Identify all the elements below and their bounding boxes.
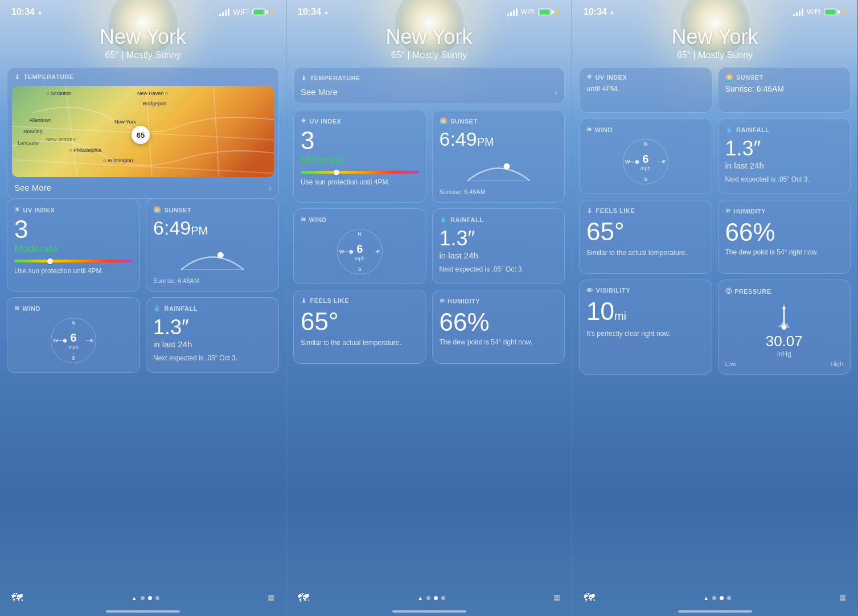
wind-icon-2: ≋ <box>301 216 306 223</box>
compass-south-2: S <box>358 266 362 272</box>
map-nav-icon-3[interactable]: 🗺 <box>584 592 595 605</box>
status-bar-2: 10:34 ▲ WiFi ⚡ <box>286 0 572 20</box>
wind-rainfall-grid: ≋ WIND N S W E 6 mph <box>7 297 279 373</box>
feels-humidity-grid-3: 🌡 FEELS LIKE 65° Similar to the actual t… <box>579 200 851 274</box>
list-nav-icon[interactable]: ≡ <box>268 592 274 605</box>
vis-pressure-grid-3: 👁 VISIBILITY 10mi It's perfectly clear r… <box>579 280 851 375</box>
signal-bars-icon-2 <box>507 8 518 16</box>
pressure-card-3: ⓪ PRESSURE <box>718 280 851 375</box>
rainfall-card-2: 💧 RAINFALL 1.3″ in last 24h Next expecte… <box>432 208 565 284</box>
nav-dot-3-3 <box>727 596 731 600</box>
feels-value-2: 65° <box>301 307 419 336</box>
rainfall-label-2: 💧 RAINFALL <box>440 216 558 223</box>
city-header: New York 65° | Mostly Sunny <box>0 20 286 67</box>
city-condition: 65° | Mostly Sunny <box>0 50 286 60</box>
rain-period-2: in last 24h <box>440 250 558 260</box>
uv-dot <box>47 258 53 264</box>
sunset-arc-svg-2 <box>440 153 558 184</box>
list-nav-icon-3[interactable]: ≡ <box>839 592 846 605</box>
svg-line-4 <box>214 86 220 177</box>
map-city-bridgeport: Bridgeport <box>143 101 167 106</box>
temp-label-2: 🌡 TEMPERATURE <box>301 75 557 81</box>
status-time-3: 10:34 ▲ <box>584 7 615 17</box>
sunrise-label-3: Sunrise: 6:46AM <box>725 84 844 93</box>
humidity-card-2: ≋ HUMIDITY 66% The dew point is 54° righ… <box>432 290 565 364</box>
city-header-2: New York 65° | Mostly Sunny <box>286 20 572 67</box>
city-name-2: New York <box>286 25 572 49</box>
battery-icon-3: ⚡ <box>824 9 846 15</box>
map-city-lancaster: Lancaster <box>18 140 40 146</box>
compass-3: N S W E 6 mph ─● → <box>623 139 668 184</box>
humidity-note-3: The dew point is 54° right now. <box>725 248 844 257</box>
humidity-card-3: ≋ HUMIDITY 66% The dew point is 54° righ… <box>718 200 851 274</box>
uv-sunset-grid-2: ☀ UV INDEX 3 Moderate Use sun protection… <box>293 110 565 203</box>
humidity-icon-2: ≋ <box>440 297 445 305</box>
uv-level-2: Moderate <box>301 154 419 166</box>
sunrise-label-2: Sunrise: 6:46AM <box>440 188 558 195</box>
status-icons-2: WiFi ⚡ <box>507 8 560 16</box>
map-city-philadelphia: ○ Philadelphia <box>69 147 101 153</box>
wind-center-2: 6 mph <box>355 243 365 261</box>
nav-dot-2 <box>148 596 152 600</box>
sunrise-label: Sunrise: 6:46AM <box>153 277 272 284</box>
wind-rainfall-grid-2: ≋ WIND N S W E 6 mph ─● → <box>293 208 565 284</box>
pressure-range-3: Low High <box>725 360 844 367</box>
humidity-note-2: The dew point is 54° right now. <box>440 338 558 347</box>
pressure-label-3: ⓪ PRESSURE <box>725 287 844 295</box>
uv-bar <box>14 260 133 262</box>
svg-point-23 <box>782 325 786 330</box>
nav-location-icon-3: ▲ <box>703 595 709 601</box>
rain-value-2: 1.3″ <box>440 227 558 250</box>
nav-dots-2: ▲ <box>417 595 445 601</box>
nav-dot-1 <box>141 596 145 600</box>
wind-to-arrow-3: → <box>656 157 666 167</box>
see-more-temperature[interactable]: See More › <box>7 177 278 198</box>
map-city-wilmington: ○ Wilmington <box>103 158 133 163</box>
uv-value-2: 3 <box>301 128 419 153</box>
wind-card: ≋ WIND N S W E 6 mph <box>7 297 140 373</box>
uv-note-2: Use sun protection until 4PM. <box>301 178 419 187</box>
wind-card-3: ≋ WIND N S W E 6 mph ─● → <box>579 118 712 194</box>
eye-icon-3: 👁 <box>586 287 593 294</box>
uv-label-3: ☀ UV INDEX <box>586 73 705 81</box>
bottom-nav: 🗺 ▲ ≡ <box>0 586 286 616</box>
bottom-nav-3: 🗺 ▲ ≡ <box>572 586 857 616</box>
rain-value-3: 1.3″ <box>725 137 844 161</box>
sunset-card-3: 🌅 SUNSET Sunrise: 6:46AM <box>718 67 851 113</box>
phone-panel-1: 10:34 ▲ WiFi ⚡ New York 65° | Mos <box>0 0 286 616</box>
compass-north-2: N <box>358 231 362 237</box>
rain-period: in last 24h <box>153 339 272 349</box>
sunset-icon-2: 🌅 <box>440 117 448 125</box>
feels-label-3: 🌡 FEELS LIKE <box>586 207 705 214</box>
pressure-gauge-svg <box>758 299 810 330</box>
wind-label-2: ≋ WIND <box>301 216 327 223</box>
wifi-icon-3: WiFi <box>807 8 820 16</box>
rain-period-3: in last 24h <box>725 161 844 170</box>
map-nav-icon-2[interactable]: 🗺 <box>298 592 309 605</box>
status-bar: 10:34 ▲ WiFi ⚡ <box>0 0 286 20</box>
humidity-value-3: 66% <box>725 218 844 247</box>
wind-from-arrow-2: ─● <box>342 247 354 257</box>
sunset-icon-3: 🌅 <box>725 73 734 81</box>
vis-note-3: It's perfectly clear right now. <box>586 329 705 339</box>
feels-label-2: 🌡 FEELS LIKE <box>301 297 419 304</box>
temperature-card-2: 🌡 TEMPERATURE See More › <box>293 67 565 104</box>
feels-note-2: Similar to the actual temperature. <box>301 338 419 348</box>
sunset-time-2: 6:49PM <box>440 128 558 150</box>
thermometer-icon-feels-3: 🌡 <box>586 207 593 214</box>
city-condition-2: 65° | Mostly Sunny <box>286 50 572 60</box>
uv-index-card: ☀ UV INDEX 3 Moderate Use sun protection… <box>7 199 140 291</box>
uv-level: Moderate <box>14 243 133 255</box>
sunset-label-2: 🌅 SUNSET <box>440 117 558 125</box>
wind-to-arrow: → <box>84 335 93 346</box>
see-more-2[interactable]: See More › <box>301 85 557 97</box>
visibility-label-3: 👁 VISIBILITY <box>586 287 705 294</box>
sun-icon: ☀ <box>14 206 20 213</box>
feels-note-3: Similar to the actual temperature. <box>586 248 705 258</box>
map-nav-icon[interactable]: 🗺 <box>11 592 23 605</box>
bottom-nav-2: 🗺 ▲ ≡ <box>286 586 572 616</box>
list-nav-icon-2[interactable]: ≡ <box>553 592 560 605</box>
sun-icon-2: ☀ <box>301 117 307 125</box>
status-time-2: 10:34 ▲ <box>298 7 329 17</box>
city-header-3: New York 65° | Mostly Sunny <box>572 20 857 67</box>
